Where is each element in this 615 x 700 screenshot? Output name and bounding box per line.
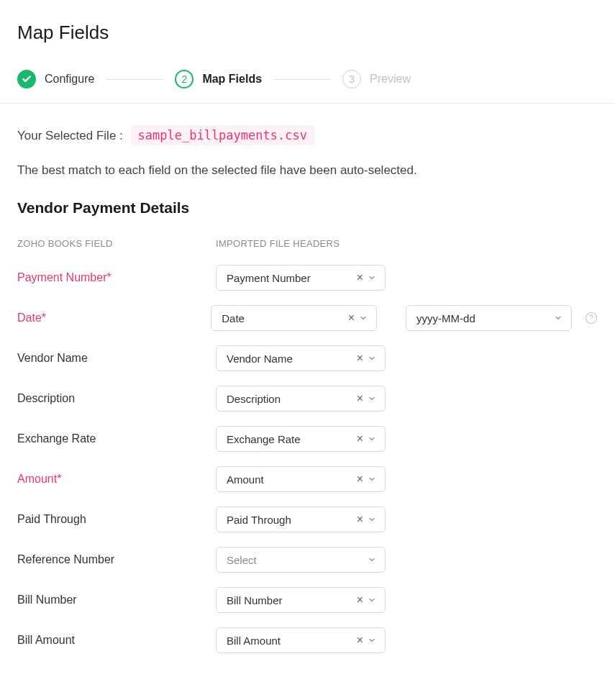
chevron-down-icon bbox=[368, 555, 376, 564]
field-label-vendor-name: Vendor Name bbox=[17, 352, 216, 365]
check-icon bbox=[17, 70, 36, 88]
map-row-description: Description Description × bbox=[17, 386, 598, 412]
map-row-reference-number: Reference Number Select bbox=[17, 547, 598, 573]
clear-icon[interactable]: × bbox=[357, 594, 363, 606]
clear-icon[interactable]: × bbox=[357, 433, 363, 445]
clear-icon[interactable]: × bbox=[357, 353, 363, 364]
field-label-bill-amount: Bill Amount bbox=[17, 634, 216, 647]
select-exchange-rate[interactable]: Exchange Rate × bbox=[216, 426, 386, 452]
map-row-exchange-rate: Exchange Rate Exchange Rate × bbox=[17, 426, 598, 452]
svg-point-1 bbox=[591, 320, 591, 321]
step-connector bbox=[273, 79, 331, 80]
step-preview-label: Preview bbox=[370, 73, 411, 86]
field-label-paid-through: Paid Through bbox=[17, 513, 216, 526]
chevron-down-icon bbox=[368, 636, 376, 645]
clear-icon[interactable]: × bbox=[357, 473, 363, 485]
field-label-date: Date* bbox=[17, 312, 211, 324]
step-number-icon: 3 bbox=[342, 70, 361, 88]
select-description[interactable]: Description × bbox=[216, 386, 386, 412]
clear-icon[interactable]: × bbox=[348, 312, 355, 324]
map-row-vendor-name: Vendor Name Vendor Name × bbox=[17, 345, 598, 371]
step-configure-label: Configure bbox=[45, 73, 94, 86]
clear-icon[interactable]: × bbox=[357, 514, 363, 525]
chevron-down-icon bbox=[368, 435, 376, 443]
chevron-down-icon bbox=[368, 394, 376, 403]
select-value: Bill Number bbox=[227, 594, 357, 606]
chevron-down-icon bbox=[368, 273, 376, 282]
help-icon[interactable] bbox=[585, 312, 598, 324]
select-paid-through[interactable]: Paid Through × bbox=[216, 506, 386, 532]
select-value: Description bbox=[227, 393, 357, 405]
selected-file-row: Your Selected File : sample_billpayments… bbox=[17, 128, 598, 143]
clear-icon[interactable]: × bbox=[357, 272, 363, 283]
chevron-down-icon bbox=[368, 515, 376, 524]
select-value: Vendor Name bbox=[227, 353, 357, 365]
map-row-payment-number: Payment Number* Payment Number × bbox=[17, 265, 598, 291]
select-bill-amount[interactable]: Bill Amount × bbox=[216, 627, 386, 653]
select-placeholder: Select bbox=[227, 554, 368, 566]
select-reference-number[interactable]: Select bbox=[216, 547, 386, 573]
select-vendor-name[interactable]: Vendor Name × bbox=[216, 345, 386, 371]
table-header-row: ZOHO BOOKS FIELD IMPORTED FILE HEADERS bbox=[17, 238, 598, 249]
select-value: Exchange Rate bbox=[227, 433, 357, 445]
select-date[interactable]: Date × bbox=[211, 305, 377, 331]
map-row-date: Date* Date × yyyy-MM-dd bbox=[17, 305, 598, 331]
step-connector bbox=[106, 79, 163, 80]
select-amount[interactable]: Amount × bbox=[216, 466, 386, 492]
map-row-amount: Amount* Amount × bbox=[17, 466, 598, 492]
selected-file-prefix: Your Selected File : bbox=[17, 129, 123, 142]
auto-select-hint: The best match to each field on the sele… bbox=[17, 163, 598, 178]
select-date-format[interactable]: yyyy-MM-dd bbox=[406, 305, 572, 331]
chevron-down-icon bbox=[368, 596, 376, 604]
step-preview: 3 Preview bbox=[342, 70, 411, 88]
chevron-down-icon bbox=[359, 314, 368, 322]
field-label-payment-number: Payment Number* bbox=[17, 271, 216, 284]
column-header-imported: IMPORTED FILE HEADERS bbox=[216, 238, 386, 249]
map-row-bill-amount: Bill Amount Bill Amount × bbox=[17, 627, 598, 653]
field-label-exchange-rate: Exchange Rate bbox=[17, 432, 216, 445]
page-title: Map Fields bbox=[0, 0, 615, 44]
select-value: Payment Number bbox=[227, 272, 357, 284]
map-row-paid-through: Paid Through Paid Through × bbox=[17, 506, 598, 532]
stepper: Configure 2 Map Fields 3 Preview bbox=[0, 44, 615, 104]
section-heading: Vendor Payment Details bbox=[17, 199, 598, 217]
chevron-down-icon bbox=[368, 354, 376, 363]
select-value: Paid Through bbox=[227, 514, 357, 526]
column-header-field: ZOHO BOOKS FIELD bbox=[17, 238, 216, 249]
chevron-down-icon bbox=[368, 475, 376, 483]
step-number-icon: 2 bbox=[175, 70, 193, 88]
step-map-fields[interactable]: 2 Map Fields bbox=[175, 70, 262, 88]
field-label-description: Description bbox=[17, 392, 216, 405]
field-label-amount: Amount* bbox=[17, 473, 216, 486]
clear-icon[interactable]: × bbox=[357, 393, 363, 404]
date-format-value: yyyy-MM-dd bbox=[416, 312, 554, 324]
content: Your Selected File : sample_billpayments… bbox=[0, 104, 615, 675]
select-value: Amount bbox=[227, 473, 357, 486]
field-label-bill-number: Bill Number bbox=[17, 594, 216, 606]
chevron-down-icon bbox=[554, 314, 562, 322]
selected-file-name: sample_billpayments.csv bbox=[131, 125, 314, 145]
map-row-bill-number: Bill Number Bill Number × bbox=[17, 587, 598, 613]
step-configure[interactable]: Configure bbox=[17, 70, 94, 88]
select-bill-number[interactable]: Bill Number × bbox=[216, 587, 386, 613]
select-value: Bill Amount bbox=[227, 635, 357, 647]
clear-icon[interactable]: × bbox=[357, 635, 363, 646]
select-value: Date bbox=[222, 312, 348, 324]
select-payment-number[interactable]: Payment Number × bbox=[216, 265, 386, 291]
field-label-reference-number: Reference Number bbox=[17, 553, 216, 566]
step-map-fields-label: Map Fields bbox=[202, 73, 262, 86]
